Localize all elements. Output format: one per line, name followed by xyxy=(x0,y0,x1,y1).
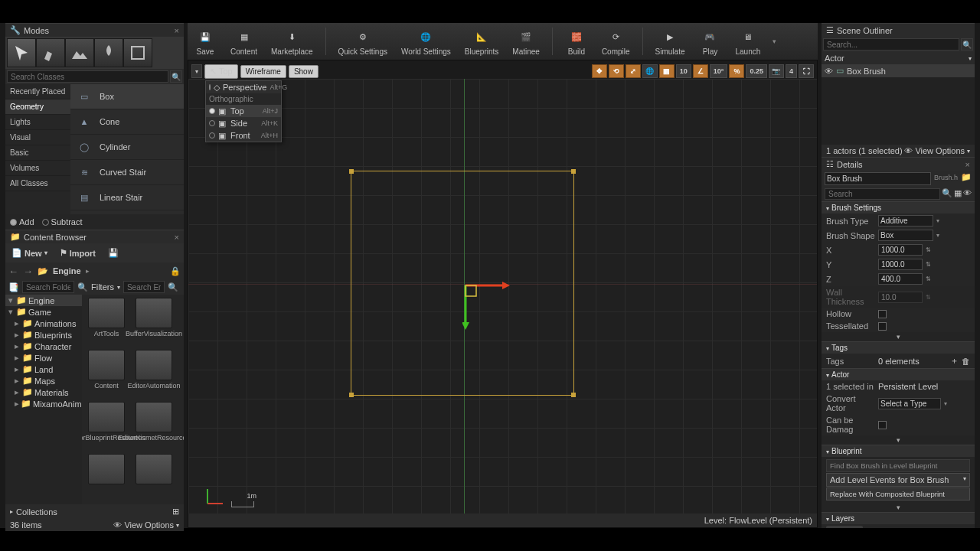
lock-icon[interactable]: 🔒 xyxy=(170,266,181,276)
close-icon[interactable]: × xyxy=(175,233,179,242)
prim-linear-stair[interactable]: ▤Linear Stair xyxy=(70,185,184,210)
outliner-columns[interactable]: Actor ▾ xyxy=(822,52,975,64)
asset-folder[interactable] xyxy=(85,454,128,501)
details-search-input[interactable] xyxy=(825,188,940,200)
tree-item[interactable]: ▸📁Maps xyxy=(5,375,82,386)
tree-item[interactable]: ▸📁Animations xyxy=(5,318,82,329)
tree-item[interactable]: ▸📁Flow xyxy=(5,352,82,364)
layer-chip[interactable]: Cube✕ xyxy=(826,526,863,528)
maximize-viewport-button[interactable]: ⛶ xyxy=(799,64,814,78)
tree-item[interactable]: ▸📁Land xyxy=(5,364,82,375)
tree-engine[interactable]: ▾📁Engine xyxy=(5,295,82,306)
section-actor[interactable]: Actor xyxy=(822,368,975,380)
tessellated-checkbox[interactable] xyxy=(878,322,887,331)
mode-geometry-icon[interactable] xyxy=(123,38,152,67)
viewport[interactable]: ▾ ↖Top Wireframe Show ✥ ⟲ ⤢ 🌐 ▦ 10 ∠ 10°… xyxy=(188,60,818,528)
launch-button[interactable]: 🖥Launch xyxy=(733,25,762,57)
outliner-search-input[interactable] xyxy=(823,38,959,51)
prim-box[interactable]: ▭Box xyxy=(70,84,184,109)
view-options-button[interactable]: View Options xyxy=(124,520,174,530)
asset-folder[interactable] xyxy=(132,454,175,501)
transform-translate-button[interactable]: ✥ xyxy=(592,64,607,78)
tree-game[interactable]: ▾📁Game xyxy=(5,306,82,318)
viewport-options-dropdown[interactable]: ▾ xyxy=(191,64,202,78)
level-name[interactable]: FlowLevel (Persistent) xyxy=(729,516,812,525)
grid-snap-value[interactable]: 10 xyxy=(676,64,691,78)
add-radio[interactable]: Add xyxy=(10,217,34,227)
scene-outliner-tab[interactable]: ☰ Scene Outliner xyxy=(822,23,975,37)
remove-layer-icon[interactable]: ✕ xyxy=(852,527,859,528)
menu-top[interactable]: ▣TopAlt+J xyxy=(206,105,281,117)
filters-button[interactable]: Filters xyxy=(91,282,114,292)
subtract-radio[interactable]: Subtract xyxy=(42,217,83,227)
matrix-icon[interactable]: ▦ xyxy=(954,188,962,200)
collections-header[interactable]: ▸ Collections ⊞ xyxy=(5,504,184,519)
marketplace-button[interactable]: ⬇Marketplace xyxy=(270,25,314,57)
find-in-level-bp-button[interactable]: Find Box Brush in Level Blueprint xyxy=(826,459,970,472)
modes-tab[interactable]: 🔧 Modes × xyxy=(5,23,184,37)
selected-brush-outline[interactable] xyxy=(351,171,574,396)
expand-more[interactable]: ▾ xyxy=(822,332,975,341)
damage-checkbox[interactable] xyxy=(878,421,887,429)
close-icon[interactable]: × xyxy=(175,26,179,35)
build-button[interactable]: 🧱Build xyxy=(564,25,590,57)
view-options-button[interactable]: View Options xyxy=(915,146,965,155)
angle-snap-value[interactable]: 10° xyxy=(710,64,728,78)
search-icon[interactable]: 🔍 xyxy=(168,282,178,292)
prim-curved-stair[interactable]: ≋Curved Stair xyxy=(70,160,184,185)
transform-scale-button[interactable]: ⤢ xyxy=(626,64,641,78)
cat-visual[interactable]: Visual xyxy=(5,130,70,145)
replace-blueprint-button[interactable]: Replace With Composited Blueprint xyxy=(826,487,970,500)
scale-snap-button[interactable]: % xyxy=(729,64,744,78)
menu-perspective[interactable]: ◇PerspectiveAlt+G xyxy=(206,81,281,93)
search-assets-input[interactable] xyxy=(123,281,165,293)
asset-folder[interactable]: EditorAutomation xyxy=(132,350,175,397)
x-input[interactable] xyxy=(878,244,923,256)
eye-icon[interactable]: 👁 xyxy=(963,188,972,200)
play-button[interactable]: 🎮Play xyxy=(697,25,723,57)
add-tag-icon[interactable]: ＋ xyxy=(950,355,959,367)
cat-volumes[interactable]: Volumes xyxy=(5,161,70,176)
mode-place-icon[interactable] xyxy=(7,38,36,67)
cat-recently-placed[interactable]: Recently Placed xyxy=(5,84,70,99)
locate-icon[interactable]: 📁 xyxy=(961,172,972,185)
asset-folder[interactable]: ArtTools xyxy=(85,298,128,345)
eye-icon[interactable]: 👁 xyxy=(825,67,833,76)
mode-landscape-icon[interactable] xyxy=(65,38,94,67)
add-collection-icon[interactable]: ⊞ xyxy=(172,507,179,517)
expand-more[interactable]: ▾ xyxy=(822,503,975,512)
mode-paint-icon[interactable] xyxy=(36,38,65,67)
content-button[interactable]: ▦Content xyxy=(229,25,259,57)
forward-button[interactable]: → xyxy=(23,266,33,277)
save-button[interactable]: 💾Save xyxy=(192,25,218,57)
sources-icon[interactable]: 📑 xyxy=(8,282,19,292)
prim-cone[interactable]: ▲Cone xyxy=(70,109,184,135)
angle-snap-button[interactable]: ∠ xyxy=(693,64,708,78)
back-button[interactable]: ← xyxy=(8,266,18,277)
brush-type-select[interactable]: Additive xyxy=(878,215,933,227)
search-icon[interactable]: 🔍 xyxy=(77,282,88,292)
tree-item[interactable]: ▸📁MixamoAnimPac xyxy=(5,398,82,409)
tree-item[interactable]: ▸📁Materials xyxy=(5,386,82,398)
brush-shape-select[interactable]: Box xyxy=(878,230,933,241)
camera-speed-icon[interactable]: 📷 xyxy=(769,64,784,78)
prim-cylinder[interactable]: ◯Cylinder xyxy=(70,135,184,160)
add-level-events-button[interactable]: Add Level Events for Box Brush▾ xyxy=(826,473,970,487)
new-button[interactable]: 📄New▾ xyxy=(8,246,51,259)
scale-snap-value[interactable]: 0.25 xyxy=(746,64,767,78)
y-input[interactable] xyxy=(878,259,923,270)
z-input[interactable] xyxy=(878,273,923,285)
viewmode-button[interactable]: Wireframe xyxy=(240,65,286,78)
import-button[interactable]: ⚑Import xyxy=(57,246,99,259)
search-icon[interactable]: 🔍 xyxy=(961,38,973,51)
cat-all-classes[interactable]: All Classes xyxy=(5,176,70,191)
menu-front[interactable]: ▣FrontAlt+H xyxy=(206,129,281,142)
expand-more[interactable]: ▾ xyxy=(822,435,975,445)
world-settings-button[interactable]: 🌐World Settings xyxy=(400,25,452,57)
simulate-button[interactable]: ▶Simulate xyxy=(654,25,687,57)
cat-basic[interactable]: Basic xyxy=(5,145,70,161)
show-button[interactable]: Show xyxy=(289,65,318,78)
tree-item[interactable]: ▸📁Blueprints xyxy=(5,329,82,341)
section-blueprint[interactable]: Blueprint xyxy=(822,445,975,457)
grid-snap-button[interactable]: ▦ xyxy=(659,64,675,78)
